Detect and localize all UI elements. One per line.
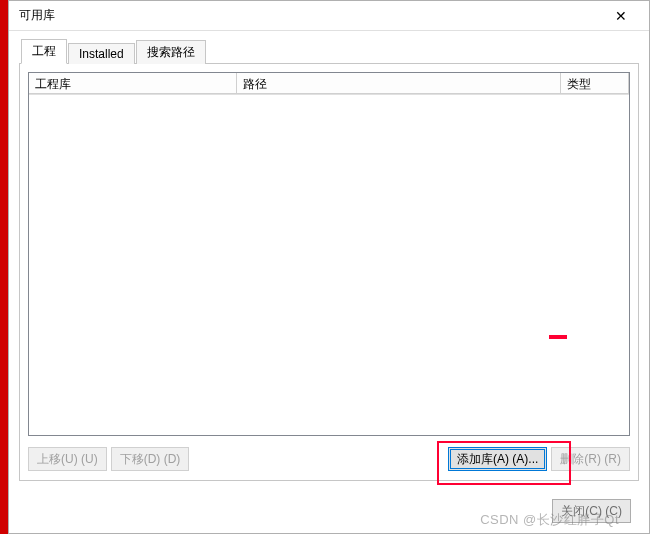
add-library-button[interactable]: 添加库(A) (A)... (448, 447, 547, 471)
move-up-button[interactable]: 上移(U) (U) (28, 447, 107, 471)
library-list[interactable]: 工程库 路径 类型 (28, 72, 630, 436)
right-buttons: 添加库(A) (A)... 删除(R) (R) (448, 447, 630, 471)
tab-panel: 工程库 路径 类型 上移(U) (U) 下移(D) (D) 添加库(A) (A)… (19, 63, 639, 481)
close-icon[interactable]: ✕ (601, 2, 641, 30)
content-area: 工程 Installed 搜索路径 工程库 路径 类型 上移(U) (U) 下移… (9, 31, 649, 493)
tab-search-path[interactable]: 搜索路径 (136, 40, 206, 64)
column-library[interactable]: 工程库 (29, 73, 237, 94)
button-row: 上移(U) (U) 下移(D) (D) 添加库(A) (A)... 删除(R) … (28, 446, 630, 472)
list-body[interactable] (29, 95, 629, 435)
tab-strip: 工程 Installed 搜索路径 (21, 41, 639, 63)
titlebar: 可用库 ✕ (9, 1, 649, 31)
close-button[interactable]: 关闭(C) (C) (552, 499, 631, 523)
tab-installed[interactable]: Installed (68, 43, 135, 64)
annotation-mark (549, 335, 567, 339)
delete-button[interactable]: 删除(R) (R) (551, 447, 630, 471)
background-strip (0, 0, 8, 534)
left-buttons: 上移(U) (U) 下移(D) (D) (28, 447, 189, 471)
dialog-window: 可用库 ✕ 工程 Installed 搜索路径 工程库 路径 类型 (8, 0, 650, 534)
footer: 关闭(C) (C) CSDN @长沙红胖子Qt (9, 493, 649, 533)
column-type[interactable]: 类型 (561, 73, 629, 94)
tab-project[interactable]: 工程 (21, 39, 67, 64)
list-header: 工程库 路径 类型 (29, 73, 629, 95)
window-title: 可用库 (19, 7, 55, 24)
column-path[interactable]: 路径 (237, 73, 561, 94)
move-down-button[interactable]: 下移(D) (D) (111, 447, 190, 471)
